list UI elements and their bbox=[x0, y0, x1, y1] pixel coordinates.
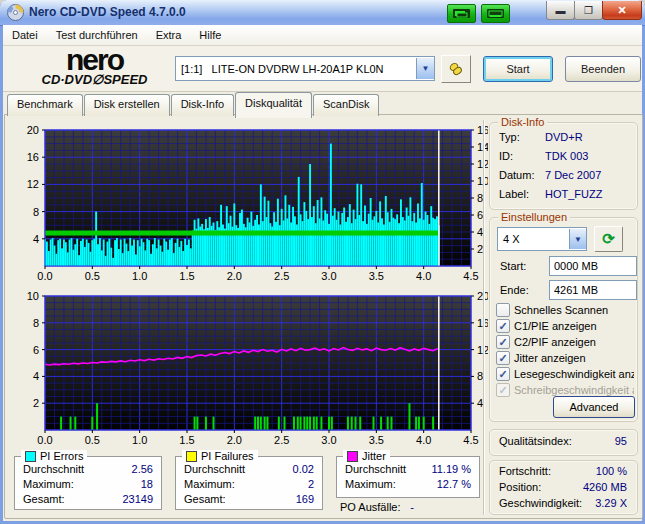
pi-errors-box: PI Errors Durchschnitt2.56 Maximum:18 Ge… bbox=[14, 456, 162, 510]
progress-row: Fortschritt:100 % bbox=[499, 465, 627, 477]
maximize-button[interactable]: ❐ bbox=[574, 1, 603, 20]
svg-text:1.0: 1.0 bbox=[132, 270, 147, 282]
disk-id-row: ID: bbox=[499, 150, 513, 162]
svg-text:2.5: 2.5 bbox=[274, 434, 289, 446]
menu-hilfe[interactable]: Hilfe bbox=[190, 25, 230, 45]
svg-text:6: 6 bbox=[33, 344, 39, 356]
hand-options-icon bbox=[448, 61, 464, 77]
cd-disc-icon bbox=[7, 4, 24, 21]
pi-failures-legend-swatch bbox=[186, 451, 197, 462]
nero-logo: nero CD·DVD∅SPEED bbox=[17, 45, 172, 86]
tab-disk-erstellen[interactable]: Disk erstellen bbox=[84, 94, 170, 116]
checkbox-schreibgeschwindigkeit[interactable]: Schreibgeschwindigkeit anzeigen bbox=[496, 383, 634, 397]
drive-selector-value: [1:1] LITE-ON DVDRW LH-20A1P KL0N bbox=[176, 63, 416, 75]
svg-text:4: 4 bbox=[33, 233, 39, 245]
svg-text:12: 12 bbox=[27, 178, 39, 190]
checkbox-c1-pie[interactable]: C1/PIE anzeigen bbox=[496, 319, 634, 333]
menu-extra[interactable]: Extra bbox=[147, 25, 191, 45]
disk-info-title: Disk-Info bbox=[498, 116, 547, 128]
nero-logo-text: nero bbox=[17, 45, 172, 75]
svg-text:4.0: 4.0 bbox=[416, 434, 431, 446]
svg-text:4: 4 bbox=[33, 370, 39, 382]
po-failures-value: - bbox=[410, 501, 414, 513]
drive-write-led-icon bbox=[481, 4, 510, 23]
disk-date-row: Datum: bbox=[499, 169, 534, 181]
menu-datei[interactable]: Datei bbox=[3, 25, 47, 45]
title-bar: Nero CD-DVD Speed 4.7.0.0 ▬ ❐ ✕ bbox=[0, 0, 645, 26]
refresh-button[interactable]: ⟳ bbox=[594, 226, 623, 252]
checkbox-icon bbox=[496, 383, 510, 397]
close-button[interactable]: ✕ bbox=[602, 1, 642, 20]
svg-text:1.5: 1.5 bbox=[179, 270, 194, 282]
options-tool-button[interactable] bbox=[441, 55, 471, 83]
quality-index-value: 95 bbox=[615, 435, 627, 447]
start-button[interactable]: Start bbox=[483, 56, 553, 82]
svg-text:16: 16 bbox=[27, 151, 39, 163]
svg-text:2.0: 2.0 bbox=[227, 270, 242, 282]
toolbar: nero CD·DVD∅SPEED [1:1] LITE-ON DVDRW LH… bbox=[3, 46, 642, 92]
refresh-icon: ⟳ bbox=[602, 230, 615, 248]
chevron-down-icon[interactable]: ▼ bbox=[416, 58, 434, 79]
svg-text:4.0: 4.0 bbox=[416, 270, 431, 282]
minimize-button[interactable]: ▬ bbox=[546, 1, 575, 20]
drive-selector[interactable]: [1:1] LITE-ON DVDRW LH-20A1P KL0N ▼ bbox=[175, 56, 435, 81]
svg-text:0.5: 0.5 bbox=[85, 434, 100, 446]
svg-text:2: 2 bbox=[33, 397, 39, 409]
start-input[interactable] bbox=[549, 256, 637, 276]
svg-text:3.5: 3.5 bbox=[369, 434, 384, 446]
speed-value: 4 X bbox=[498, 233, 569, 245]
svg-text:10: 10 bbox=[27, 290, 39, 302]
end-label: Ende: bbox=[500, 284, 529, 296]
tab-diskqualitaet[interactable]: Diskqualität bbox=[235, 92, 312, 118]
quit-button[interactable]: Beenden bbox=[565, 56, 641, 82]
svg-text:8: 8 bbox=[33, 317, 39, 329]
tab-disk-info[interactable]: Disk-Info bbox=[171, 94, 234, 116]
tab-bar: Benchmark Disk erstellen Disk-Info Diskq… bbox=[7, 94, 380, 115]
svg-text:4.5: 4.5 bbox=[463, 434, 478, 446]
disk-type-row: Typ: bbox=[499, 131, 520, 143]
chevron-down-icon[interactable]: ▼ bbox=[569, 229, 586, 249]
jitter-title: Jitter bbox=[362, 450, 386, 462]
svg-text:0.0: 0.0 bbox=[37, 270, 52, 282]
tab-scandisk[interactable]: ScanDisk bbox=[313, 94, 379, 116]
pi-failures-title: PI Failures bbox=[201, 450, 254, 462]
drive-read-led-icon bbox=[447, 4, 476, 23]
tab-benchmark[interactable]: Benchmark bbox=[7, 94, 83, 116]
disk-date-value: 7 Dec 2007 bbox=[545, 169, 601, 181]
advanced-button[interactable]: Advanced bbox=[553, 396, 635, 418]
start-label: Start: bbox=[500, 260, 526, 272]
checkbox-jitter[interactable]: Jitter anzeigen bbox=[496, 351, 634, 365]
disk-label-row: Label: bbox=[499, 188, 529, 200]
checkbox-icon bbox=[496, 335, 510, 349]
pi-errors-title: PI Errors bbox=[40, 450, 83, 462]
svg-text:2.5: 2.5 bbox=[274, 270, 289, 282]
svg-text:1.0: 1.0 bbox=[132, 434, 147, 446]
svg-text:20: 20 bbox=[27, 124, 39, 136]
checkbox-icon bbox=[496, 319, 510, 333]
speed-row: Geschwindigkeit:3.29 X bbox=[499, 497, 627, 509]
svg-text:3.0: 3.0 bbox=[321, 270, 336, 282]
pi-errors-chart: 0.00.51.01.52.02.53.03.54.04.54812162024… bbox=[0, 118, 488, 285]
position-row: Position:4260 MB bbox=[499, 481, 627, 493]
pi-failures-box: PI Failures Durchschnitt0.02 Maximum:2 G… bbox=[175, 456, 323, 510]
disk-type-value: DVD+R bbox=[545, 131, 583, 143]
svg-text:3.0: 3.0 bbox=[321, 434, 336, 446]
cdspeed-logo-text: CD·DVD∅SPEED bbox=[17, 73, 172, 86]
disk-label-value: HOT_FUZZ bbox=[545, 188, 602, 200]
svg-text:1.5: 1.5 bbox=[179, 434, 194, 446]
checkbox-schnelles-scannen[interactable]: Schnelles Scannen bbox=[496, 303, 634, 317]
svg-text:0.0: 0.0 bbox=[37, 434, 52, 446]
checkbox-icon bbox=[496, 367, 510, 381]
svg-text:2.0: 2.0 bbox=[227, 434, 242, 446]
pi-errors-legend-swatch bbox=[25, 451, 36, 462]
jitter-box: Jitter Durchschnitt11.19 % Maximum:12.7 … bbox=[336, 456, 480, 498]
svg-text:3.5: 3.5 bbox=[369, 270, 384, 282]
speed-select[interactable]: 4 X ▼ bbox=[497, 227, 587, 251]
checkbox-c2-pif[interactable]: C2/PIF anzeigen bbox=[496, 335, 634, 349]
menu-test-durchfuehren[interactable]: Test durchführen bbox=[47, 25, 147, 45]
window-title: Nero CD-DVD Speed 4.7.0.0 bbox=[29, 5, 186, 19]
end-input[interactable] bbox=[549, 280, 637, 300]
checkbox-lesegeschwindigkeit[interactable]: Lesegeschwindigkeit anzeigen bbox=[496, 367, 634, 381]
panel-divider bbox=[483, 120, 485, 515]
jitter-legend-swatch bbox=[347, 451, 358, 462]
